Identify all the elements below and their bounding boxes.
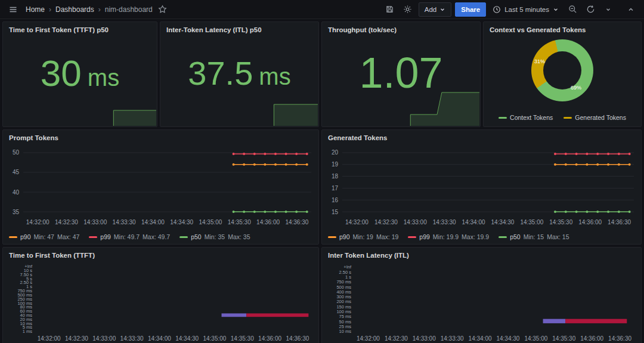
legend-series-name: p99: [419, 233, 430, 240]
legend-series-name: p90: [339, 233, 350, 240]
svg-text:14:33:00: 14:33:00: [404, 219, 427, 225]
legend-item[interactable]: p90Min: 19Max: 19: [328, 233, 398, 240]
svg-text:14:36:30: 14:36:30: [608, 335, 631, 342]
stat-value: 1.07: [322, 51, 480, 94]
svg-text:20: 20: [332, 149, 339, 156]
slice-percent-label: 31%: [534, 58, 545, 64]
zoom-out-button[interactable]: [565, 2, 580, 17]
panel-row-heatmaps: Time to First Token (TTFT) +Inf10 s7.50 …: [2, 247, 642, 343]
panel-title[interactable]: Inter Token Latency (ITL): [322, 248, 641, 259]
heatmap-chart[interactable]: +Inf2.50 s1 s750 ms500 ms400 ms300 ms200…: [324, 262, 639, 342]
legend-label: Context Tokens: [510, 114, 553, 121]
gear-icon: [403, 5, 412, 14]
add-button[interactable]: Add: [419, 2, 451, 17]
donut-legend: Context TokensGenerated Tokens: [484, 114, 641, 121]
panel-title[interactable]: Time to First Token (TTFT): [3, 248, 318, 259]
time-series-chart[interactable]: 3540455014:32:0014:32:3014:33:0014:33:30…: [5, 144, 316, 226]
panel-itl-heatmap: Inter Token Latency (ITL) +Inf2.50 s1 s7…: [321, 247, 642, 343]
svg-text:16: 16: [332, 197, 339, 203]
stat-unit: ms: [88, 64, 119, 91]
save-dashboard-button[interactable]: [383, 2, 397, 17]
sparkline: [4, 109, 156, 126]
add-button-label: Add: [425, 6, 436, 13]
legend-max: Max: 19.9: [462, 233, 489, 240]
legend-item[interactable]: Context Tokens: [499, 114, 553, 121]
legend-swatch: [408, 236, 416, 238]
svg-text:14:32:30: 14:32:30: [374, 219, 398, 225]
refresh-button[interactable]: [583, 2, 597, 17]
legend-item[interactable]: Generated Tokens: [564, 114, 626, 121]
time-range-picker[interactable]: Last 5 minutes: [490, 2, 562, 17]
time-series-chart[interactable]: 15161718192014:32:0014:32:3014:33:0014:3…: [324, 144, 639, 226]
svg-text:14:32:00: 14:32:00: [345, 219, 369, 225]
svg-text:14:35:00: 14:35:00: [524, 335, 547, 342]
time-range-label: Last 5 minutes: [504, 6, 549, 13]
legend-series-name: p90: [20, 233, 31, 240]
svg-text:14:33:00: 14:33:00: [413, 335, 436, 342]
breadcrumb-home[interactable]: Home: [24, 5, 47, 14]
panel-title[interactable]: Inter-Token Latency (ITL) p50: [160, 22, 318, 33]
slice-percent-label: 69%: [571, 85, 581, 91]
favorite-button[interactable]: [156, 2, 170, 17]
svg-text:14:35:30: 14:35:30: [549, 219, 572, 225]
svg-text:14:33:30: 14:33:30: [441, 335, 464, 342]
panel-ttft-heatmap: Time to First Token (TTFT) +Inf10 s7.50 …: [2, 247, 319, 343]
svg-text:14:32:30: 14:32:30: [55, 219, 78, 225]
legend-swatch: [179, 236, 188, 238]
legend-item[interactable]: p50Min: 15Max: 15: [499, 233, 569, 240]
panel-title[interactable]: Throughput (tok/sec): [322, 22, 480, 33]
stat-number: 30: [41, 54, 82, 91]
legend-swatch: [499, 117, 507, 119]
legend-min: Min: 47: [34, 233, 54, 240]
panel-title[interactable]: Prompt Tokens: [3, 130, 318, 141]
donut-chart[interactable]: 31% 69%: [531, 39, 593, 101]
svg-text:14:35:00: 14:35:00: [203, 335, 226, 342]
breadcrumb-separator: ›: [97, 5, 102, 14]
collapse-controls-button[interactable]: [624, 2, 638, 17]
panel-row-stats: Time to First Token (TTFT) p50 30 ms Int…: [2, 21, 642, 127]
heatmap-chart[interactable]: +Inf10 s7.50 s5 s2.50 s1 s750 ms500 ms25…: [5, 262, 316, 342]
svg-text:14:36:30: 14:36:30: [286, 335, 309, 342]
svg-text:14:32:00: 14:32:00: [26, 219, 49, 225]
svg-text:10 ms: 10 ms: [339, 329, 352, 334]
legend-swatch: [499, 236, 507, 238]
refresh-icon: [586, 5, 595, 14]
menu-toggle-button[interactable]: [6, 2, 20, 17]
svg-text:14:34:00: 14:34:00: [141, 219, 165, 225]
legend-item[interactable]: p50Min: 35Max: 35: [179, 233, 250, 240]
chevron-down-icon: [439, 7, 445, 13]
svg-text:14:35:30: 14:35:30: [552, 335, 575, 342]
legend-max: Max: 47: [57, 233, 79, 240]
svg-text:19: 19: [332, 161, 339, 168]
svg-text:14:34:30: 14:34:30: [496, 335, 519, 342]
sparkline: [161, 103, 318, 126]
svg-text:18: 18: [332, 173, 339, 180]
legend-item[interactable]: p90Min: 47Max: 47: [9, 233, 79, 240]
svg-text:50: 50: [13, 149, 20, 156]
svg-text:14:34:00: 14:34:00: [462, 219, 485, 225]
dashboard-canvas: Time to First Token (TTFT) p50 30 ms Int…: [0, 19, 644, 343]
legend-item[interactable]: p99Min: 49.7Max: 49.7: [89, 233, 170, 240]
share-button[interactable]: Share: [455, 2, 486, 17]
svg-text:14:33:30: 14:33:30: [120, 335, 144, 342]
legend-min: Min: 19.9: [433, 233, 459, 240]
legend-swatch: [328, 236, 336, 238]
legend-min: Min: 15: [524, 233, 544, 240]
legend-swatch: [89, 236, 97, 238]
panel-title[interactable]: Time to First Token (TTFT) p50: [3, 22, 157, 33]
panel-title[interactable]: Generated Tokens: [322, 130, 641, 141]
svg-text:14:33:30: 14:33:30: [113, 219, 136, 225]
svg-text:14:36:00: 14:36:00: [580, 335, 603, 342]
panel-title[interactable]: Context vs Generated Tokens: [484, 22, 641, 33]
panel-ttft-p50: Time to First Token (TTFT) p50 30 ms: [2, 21, 157, 127]
legend-max: Max: 35: [228, 233, 250, 240]
legend-item[interactable]: p99Min: 19.9Max: 19.9: [408, 233, 489, 240]
svg-text:45: 45: [13, 169, 20, 175]
panel-generated-tokens: Generated Tokens 15161718192014:32:0014:…: [321, 129, 642, 245]
chart-legend: p90Min: 19Max: 19p99Min: 19.9Max: 19.9p5…: [328, 233, 569, 240]
dashboard-settings-button[interactable]: [401, 2, 415, 17]
refresh-interval-button[interactable]: [601, 2, 615, 17]
chevron-up-icon: [627, 6, 634, 13]
svg-text:14:36:00: 14:36:00: [256, 219, 280, 225]
breadcrumb-dashboards[interactable]: Dashboards: [54, 5, 96, 14]
